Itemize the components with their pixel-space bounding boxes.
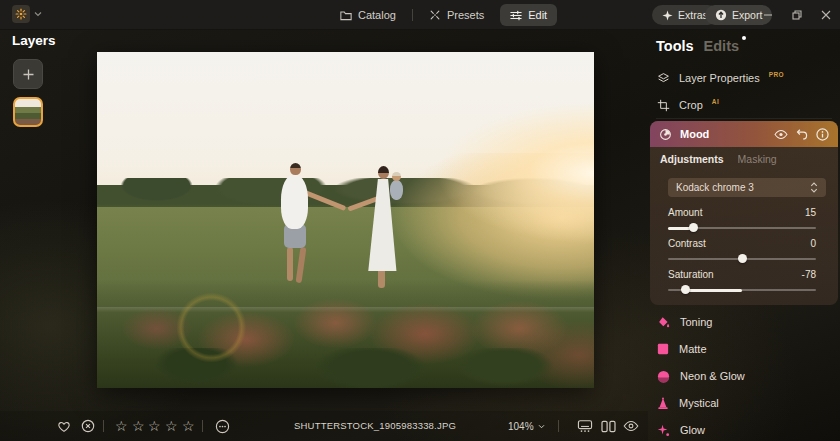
crop-icon [657, 99, 670, 112]
filename-label: SHUTTERSTOCK_1905983338.JPG [250, 411, 500, 441]
photo-man-head [290, 163, 301, 175]
tab-divider [412, 9, 413, 21]
slider-amount[interactable] [668, 227, 816, 229]
restore-button[interactable] [783, 0, 811, 30]
slider-contrast-labels: Contrast 0 [668, 238, 816, 249]
star-icon-1[interactable]: ☆ [115, 411, 128, 441]
mode-tabs: Catalog Presets Edit [330, 4, 557, 26]
right-panel: Tools Edits Layer Properties PRO Crop AI [648, 30, 840, 441]
zoom-level-value: 104% [508, 421, 534, 432]
bottom-divider [202, 420, 203, 432]
section-layer-properties[interactable]: Layer Properties PRO [648, 66, 840, 90]
layer-thumbnail-selected[interactable] [13, 97, 43, 127]
photo-baby-head [392, 172, 401, 181]
mood-header[interactable]: Mood [650, 121, 838, 147]
zoom-level-dropdown[interactable]: 104% [508, 411, 545, 441]
slider-label: Contrast [668, 238, 706, 249]
right-panel-header: Tools Edits [656, 38, 739, 54]
preset-value: Kodack chrome 3 [676, 182, 810, 193]
bottom-divider [103, 420, 104, 432]
slider-knob[interactable] [681, 285, 690, 294]
reject-circle-icon[interactable] [81, 411, 95, 441]
star-icon-5[interactable]: ☆ [182, 411, 195, 441]
tab-edit[interactable]: Edit [500, 4, 557, 26]
ai-badge: AI [712, 98, 719, 105]
minimize-button[interactable] [754, 0, 782, 30]
photo-canvas[interactable] [97, 52, 594, 388]
top-bar: Catalog Presets Edit Extras [0, 0, 840, 30]
tool-label: Glow [680, 424, 705, 436]
slider-amount-labels: Amount 15 [668, 207, 816, 218]
tool-label: Matte [679, 343, 707, 355]
section-label: Crop [679, 99, 703, 111]
tab-adjustments[interactable]: Adjustments [660, 153, 724, 165]
aperture-icon [659, 128, 672, 141]
compare-icon[interactable] [601, 411, 616, 441]
chevron-down-icon[interactable] [34, 11, 42, 17]
tab-catalog[interactable]: Catalog [330, 4, 406, 26]
slider-value: -78 [802, 269, 816, 280]
eye-icon[interactable] [623, 411, 639, 441]
tool-neon-glow[interactable]: Neon & Glow [648, 364, 840, 388]
tab-catalog-label: Catalog [358, 9, 396, 21]
mood-preset-dropdown[interactable]: Kodack chrome 3 [668, 178, 826, 197]
export-arrow-icon [715, 9, 727, 21]
four-point-star-icon [662, 10, 673, 21]
sliders-icon [510, 10, 522, 21]
slider-fill [685, 289, 742, 292]
photo-lens-flare [97, 52, 594, 388]
info-icon[interactable] [816, 128, 829, 141]
section-label: Layer Properties [679, 72, 760, 84]
photo-man-leg [287, 247, 293, 281]
slider-label: Saturation [668, 269, 714, 280]
undo-icon[interactable] [796, 128, 808, 140]
edits-notification-dot [742, 36, 746, 40]
close-button[interactable] [812, 0, 840, 30]
slider-value: 15 [805, 207, 816, 218]
mystical-cone-icon [657, 397, 669, 410]
extras-button-label: Extras [678, 9, 708, 21]
tool-label: Toning [680, 316, 712, 328]
photo-woman-legs [378, 268, 385, 288]
app-logo-button[interactable] [12, 5, 30, 23]
mood-tool-card: Mood Adjustments Masking Kodack chrome 3 [650, 121, 838, 305]
star-icon-4[interactable]: ☆ [165, 411, 178, 441]
tab-presets-label: Presets [447, 9, 484, 21]
tool-mystical[interactable]: Mystical [648, 391, 840, 415]
slider-knob[interactable] [689, 223, 698, 232]
slider-saturation[interactable] [668, 289, 816, 291]
tab-edit-label: Edit [528, 9, 547, 21]
slider-contrast[interactable] [668, 258, 816, 260]
star-icon-3[interactable]: ☆ [148, 411, 161, 441]
glow-sparkle-icon [657, 424, 670, 437]
tab-presets[interactable]: Presets [419, 4, 494, 26]
tab-tools[interactable]: Tools [656, 38, 694, 54]
add-layer-button[interactable] [13, 59, 43, 89]
matte-square-icon [657, 343, 669, 355]
tab-masking[interactable]: Masking [738, 153, 777, 165]
tool-toning[interactable]: Toning [648, 310, 840, 334]
heart-icon[interactable] [57, 411, 71, 441]
photo-man-shirt [281, 175, 308, 229]
photo-baby [390, 180, 403, 200]
filmstrip-icon[interactable] [577, 411, 593, 441]
slider-knob[interactable] [738, 254, 747, 263]
bottom-bar: ☆ ☆ ☆ ☆ ☆ SHUTTERSTOCK_1905983338.JPG 10… [0, 411, 648, 441]
folder-icon [340, 10, 352, 21]
luminar-sun-icon [15, 8, 27, 20]
tool-matte[interactable]: Matte [648, 337, 840, 361]
mood-tabs: Adjustments Masking [660, 153, 777, 165]
slider-saturation-labels: Saturation -78 [668, 269, 816, 280]
neon-circle-icon [657, 370, 670, 383]
slider-value: 0 [810, 238, 816, 249]
slider-label: Amount [668, 207, 702, 218]
tab-edits[interactable]: Edits [704, 38, 739, 54]
star-icon-2[interactable]: ☆ [132, 411, 145, 441]
eye-icon[interactable] [774, 129, 788, 140]
more-dots-icon[interactable] [215, 411, 230, 441]
bottom-divider [558, 420, 559, 432]
updown-chevron-icon [810, 182, 818, 193]
tool-glow[interactable]: Glow [648, 418, 840, 441]
layers-icon [657, 72, 670, 85]
section-crop[interactable]: Crop AI [648, 93, 840, 117]
